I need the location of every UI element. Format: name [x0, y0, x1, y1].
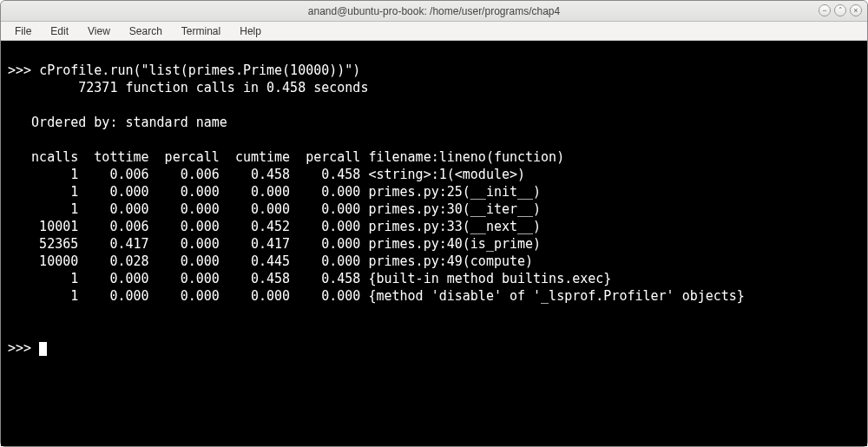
profile-row: 1 0.000 0.000 0.000 0.000 primes.py:25(_…: [8, 184, 541, 200]
ordered-by-line: Ordered by: standard name: [8, 115, 227, 130]
profile-header: ncalls tottime percall cumtime percall f…: [8, 149, 564, 165]
profile-row: 52365 0.417 0.000 0.417 0.000 primes.py:…: [8, 236, 541, 252]
cursor: [39, 342, 47, 356]
python-prompt: >>>: [8, 340, 39, 356]
menu-help[interactable]: Help: [231, 23, 270, 39]
titlebar[interactable]: anand@ubuntu-pro-book: /home/user/progra…: [1, 1, 867, 22]
menu-terminal[interactable]: Terminal: [173, 23, 229, 39]
profile-row: 1 0.000 0.000 0.000 0.000 {method 'disab…: [8, 288, 745, 304]
close-button[interactable]: ×: [850, 4, 862, 16]
terminal-window: anand@ubuntu-pro-book: /home/user/progra…: [0, 0, 868, 447]
minimize-button[interactable]: −: [819, 4, 831, 16]
profile-row: 10000 0.028 0.000 0.445 0.000 primes.py:…: [8, 253, 533, 269]
command-line: cProfile.run("list(primes.Prime(10000))"…: [39, 62, 360, 78]
python-prompt: >>>: [8, 62, 39, 78]
maximize-button[interactable]: ˄: [834, 4, 846, 16]
profile-row: 1 0.006 0.006 0.458 0.458 <string>:1(<mo…: [8, 167, 525, 182]
window-controls: − ˄ ×: [819, 4, 862, 16]
terminal-viewport[interactable]: >>> cProfile.run("list(primes.Prime(1000…: [1, 41, 867, 446]
profile-row: 1 0.000 0.000 0.458 0.458 {built-in meth…: [8, 271, 611, 286]
menu-file[interactable]: File: [6, 23, 40, 39]
summary-line: 72371 function calls in 0.458 seconds: [8, 80, 368, 95]
menubar: File Edit View Search Terminal Help: [1, 22, 867, 41]
menu-edit[interactable]: Edit: [42, 23, 77, 39]
profile-row: 10001 0.006 0.000 0.452 0.000 primes.py:…: [8, 219, 541, 234]
profile-row: 1 0.000 0.000 0.000 0.000 primes.py:30(_…: [8, 201, 541, 217]
window-title: anand@ubuntu-pro-book: /home/user/progra…: [308, 5, 560, 17]
menu-view[interactable]: View: [79, 23, 119, 39]
menu-search[interactable]: Search: [121, 23, 171, 39]
